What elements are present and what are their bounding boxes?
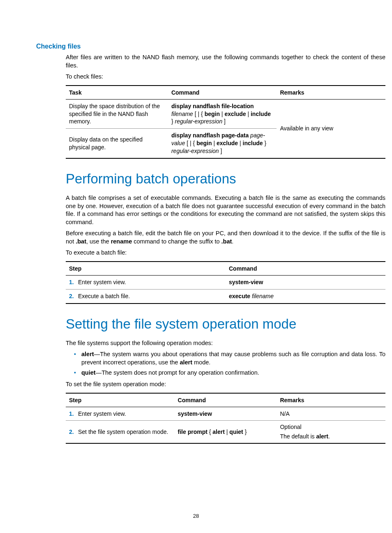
cmd-plain: | bbox=[212, 140, 217, 146]
table-header-row: Task Command Remarks bbox=[66, 86, 385, 100]
text-run: . bbox=[232, 238, 233, 245]
cmd-bold: file prompt bbox=[178, 429, 208, 435]
list-item: quiet—The system does not prompt for any… bbox=[74, 369, 385, 377]
cmd-italic: regular-expression bbox=[175, 118, 223, 125]
step-text: Set the file system operation mode. bbox=[78, 429, 168, 435]
table-header-row: Step Command bbox=[66, 262, 385, 276]
th-command: Command bbox=[168, 86, 277, 100]
cell-step: 1.Enter system view. bbox=[66, 407, 175, 421]
cell-remarks: N/A bbox=[277, 407, 385, 421]
table-row: 2.Set the file system operation mode. fi… bbox=[66, 421, 385, 443]
text-run: mode. bbox=[192, 359, 210, 366]
document-page: Checking files After files are written t… bbox=[0, 0, 392, 533]
step-text: Enter system view. bbox=[78, 410, 126, 417]
cmd-plain: ] bbox=[219, 148, 222, 154]
cmd-plain: [ | { bbox=[193, 111, 205, 117]
cmd-bold: system-view bbox=[178, 410, 212, 417]
cmd-italic: regular-expression bbox=[171, 148, 219, 154]
text-run: . bbox=[328, 433, 330, 440]
heading-fs-mode: Setting the file system operation mode bbox=[66, 316, 385, 332]
bullet-list: alert—The system warns you about operati… bbox=[66, 350, 385, 377]
text-run: , use the bbox=[86, 238, 111, 245]
text-bold: alert bbox=[180, 359, 192, 366]
text-run: The default is bbox=[280, 433, 316, 440]
text-bold: alert bbox=[81, 351, 94, 357]
table-batch: Step Command 1.Enter system view. system… bbox=[66, 261, 385, 304]
step-text: Enter system view. bbox=[78, 279, 126, 285]
step-number: 2. bbox=[69, 292, 78, 300]
table-row: 1.Enter system view. system-view bbox=[66, 275, 385, 289]
table-check-files: Task Command Remarks Display the space d… bbox=[66, 85, 385, 159]
step-number: 1. bbox=[69, 410, 78, 418]
page-number: 28 bbox=[0, 513, 392, 519]
step-number: 1. bbox=[69, 278, 78, 286]
cell-command: system-view bbox=[226, 275, 385, 289]
cmd-plain: | bbox=[238, 140, 242, 146]
th-command: Command bbox=[226, 262, 385, 276]
text-bold: quiet bbox=[81, 369, 96, 376]
cell-command: display nandflash file-location filename… bbox=[168, 99, 277, 129]
text-run: command to change the suffix to bbox=[132, 238, 221, 245]
cell-command: system-view bbox=[175, 407, 277, 421]
cmd-italic: filename bbox=[252, 293, 274, 299]
cell-remarks: Available in any view bbox=[277, 99, 385, 158]
remarks-line2: The default is alert. bbox=[280, 432, 382, 441]
th-command: Command bbox=[175, 393, 277, 407]
cmd-bold: exclude bbox=[217, 140, 238, 146]
cmd-bold: execute bbox=[229, 293, 250, 299]
table-row: 2.Execute a batch file. execute filename bbox=[66, 289, 385, 303]
heading-checking-files: Checking files bbox=[36, 43, 385, 50]
text-bold: rename bbox=[111, 238, 132, 245]
para-batch-lead: To execute a batch file: bbox=[66, 249, 385, 257]
table-fs-mode: Step Command Remarks 1.Enter system view… bbox=[66, 393, 385, 444]
cell-step: 1.Enter system view. bbox=[66, 275, 226, 289]
cmd-plain: } bbox=[263, 140, 267, 146]
cmd-bold: alert bbox=[212, 429, 225, 435]
cmd-bold: exclude bbox=[224, 111, 246, 117]
cmd-bold: begin bbox=[196, 140, 212, 146]
th-step: Step bbox=[66, 393, 175, 407]
cell-command: file prompt { alert | quiet } bbox=[175, 421, 277, 443]
para-batch-2: Before executing a batch file, edit the … bbox=[66, 229, 385, 246]
list-item: alert—The system warns you about operati… bbox=[74, 350, 385, 366]
content-area: Checking files After files are written t… bbox=[66, 43, 385, 444]
text-run: —The system warns you about operations t… bbox=[81, 351, 385, 366]
text-run: —The system does not prompt for any oper… bbox=[96, 369, 259, 376]
cmd-plain: | bbox=[220, 111, 224, 117]
cell-task: Display the space distribution of the sp… bbox=[66, 99, 168, 129]
cell-remarks: Optional The default is alert. bbox=[277, 421, 385, 443]
table-row: 1.Enter system view. system-view N/A bbox=[66, 407, 385, 421]
cmd-bold: system-view bbox=[229, 279, 263, 285]
table-row: Display the space distribution of the sp… bbox=[66, 99, 385, 129]
cmd-plain: | bbox=[225, 429, 229, 435]
th-task: Task bbox=[66, 86, 168, 100]
cell-task: Display data on the specified physical p… bbox=[66, 129, 168, 158]
text-bold: alert bbox=[316, 433, 328, 440]
cell-step: 2.Execute a batch file. bbox=[66, 289, 226, 303]
step-text: Execute a batch file. bbox=[78, 293, 130, 299]
text-bold: .bat bbox=[76, 238, 86, 245]
step-number: 2. bbox=[69, 428, 78, 436]
th-remarks: Remarks bbox=[277, 86, 385, 100]
th-step: Step bbox=[66, 262, 226, 276]
para-checking-intro: After files are written to the NAND flas… bbox=[66, 53, 385, 70]
cell-command: display nandflash page-data page-value [… bbox=[168, 129, 277, 158]
cell-command: execute filename bbox=[226, 289, 385, 303]
remarks-line1: Optional bbox=[280, 422, 382, 432]
th-remarks: Remarks bbox=[277, 393, 385, 407]
cmd-italic: filename bbox=[171, 111, 193, 117]
cmd-plain: } bbox=[171, 118, 175, 125]
heading-batch-ops: Performing batch operations bbox=[66, 171, 385, 187]
para-fs-1: The file systems support the following o… bbox=[66, 339, 385, 348]
para-batch-1: A batch file comprises a set of executab… bbox=[66, 194, 385, 226]
cmd-bold: display nandflash page-data bbox=[171, 132, 249, 139]
table-header-row: Step Command Remarks bbox=[66, 393, 385, 407]
cmd-plain: ] bbox=[222, 118, 226, 125]
cmd-plain: [ | { bbox=[185, 140, 196, 146]
para-fs-lead: To set the file system operation mode: bbox=[66, 380, 385, 389]
para-checking-lead: To check files: bbox=[66, 73, 385, 81]
cmd-bold: include bbox=[243, 140, 263, 146]
cmd-bold: display nandflash file-location bbox=[171, 103, 254, 109]
cmd-plain: { bbox=[208, 429, 212, 435]
cmd-bold: quiet bbox=[229, 429, 243, 435]
